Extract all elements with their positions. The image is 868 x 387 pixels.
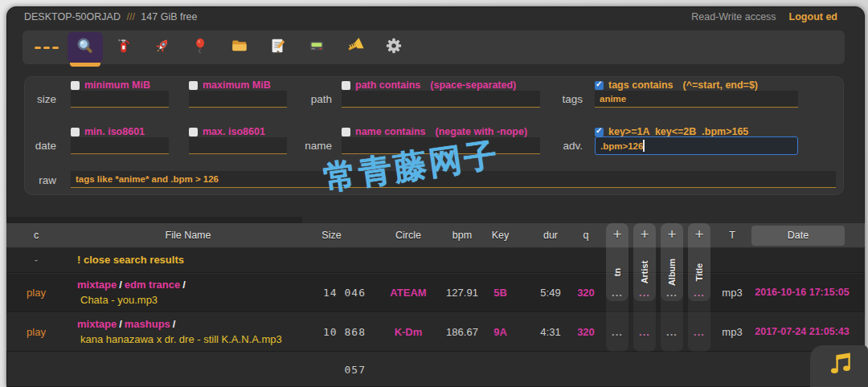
table-header: c File Name Size Circle bpm Key dur q T: [6, 223, 865, 247]
toolbar-button-extinguisher[interactable]: [106, 32, 141, 63]
add-column-button[interactable]: +: [661, 223, 683, 246]
add-column-label: Title: [694, 263, 704, 281]
close-search-results-link[interactable]: ! close search results: [71, 248, 305, 272]
play-link[interactable]: play: [16, 274, 56, 312]
column-header-date[interactable]: Date: [751, 226, 845, 246]
size-max-input[interactable]: [189, 91, 287, 108]
fire-extinguisher-icon: [115, 37, 133, 58]
column-header-bpm[interactable]: bpm: [438, 223, 486, 247]
hostname: DESKTOP-50ORJAD: [24, 11, 121, 22]
add-column-button[interactable]: +: [606, 223, 628, 246]
size-max-label: maximum MiB: [203, 79, 271, 91]
dir-link[interactable]: mixtape: [77, 279, 117, 291]
column-header-t[interactable]: T: [714, 223, 751, 247]
bpm-cell: 186.67: [438, 313, 486, 351]
pager-icon: [308, 37, 326, 58]
tags-checkbox[interactable]: [595, 81, 604, 90]
toolbar: [23, 31, 845, 64]
column-header-key[interactable]: Key: [482, 223, 518, 247]
column-header-c[interactable]: c: [16, 223, 56, 247]
circle-cell: ATEAM: [374, 274, 443, 312]
balloon-icon: [192, 37, 210, 58]
file-link[interactable]: Chata - you.mp3: [80, 293, 158, 308]
size-max-checkbox-row[interactable]: maximum MiB: [189, 79, 271, 91]
adv-checkbox-row[interactable]: key>=1A key<=2B .bpm>165: [595, 126, 748, 137]
close-results-row[interactable]: - ! close search results: [6, 248, 865, 273]
adv-input[interactable]: [595, 136, 798, 155]
path-hint: (space-separated): [430, 79, 516, 91]
toolbar-button-pager[interactable]: [299, 32, 334, 63]
logout-button[interactable]: Logout ed: [789, 11, 837, 22]
date-cell: 2016-10-16 17:15:05: [752, 274, 852, 312]
path-separator: /: [173, 318, 176, 330]
file-link[interactable]: kana hanazawa x dr. dre - still K.A.N.A.…: [80, 332, 282, 347]
music-player-button[interactable]: [810, 345, 868, 387]
size-max-checkbox[interactable]: [189, 81, 198, 90]
date-min-checkbox[interactable]: [71, 128, 80, 136]
play-link[interactable]: play: [16, 313, 56, 351]
path-separator: /: [182, 279, 186, 291]
toolbar-button-settings[interactable]: [376, 32, 411, 63]
tags-input[interactable]: [595, 91, 798, 108]
date-min-label: min. iso8601: [84, 126, 145, 137]
add-column-title: + Title: [688, 223, 710, 301]
memo-icon: [269, 37, 287, 58]
date-min-checkbox-row[interactable]: min. iso8601: [71, 126, 145, 137]
date-max-input[interactable]: [189, 137, 287, 154]
dir-link[interactable]: edm trance: [125, 279, 180, 291]
search-icon: [76, 36, 95, 59]
q-cell: 320: [568, 274, 604, 312]
titlebar-right: Read-Write access Logout ed: [691, 11, 837, 22]
column-header-filename[interactable]: File Name: [71, 223, 305, 247]
selected-indicator: [70, 63, 100, 67]
size-min-checkbox-row[interactable]: minimum MiB: [71, 79, 150, 91]
add-column-label: Album: [667, 259, 677, 286]
name-checkbox-row[interactable]: name contains (negate with -nope): [342, 126, 527, 137]
add-column-button[interactable]: +: [633, 223, 656, 246]
adv-checkbox[interactable]: [595, 128, 604, 136]
dur-cell: 5:49: [526, 274, 575, 312]
titlebar-separator: ///: [126, 11, 134, 22]
dir-link[interactable]: mixtape: [77, 318, 117, 330]
path-separator: /: [119, 318, 122, 330]
toolbar-button-balloon[interactable]: [183, 32, 219, 63]
dir-link[interactable]: mashups: [125, 318, 170, 330]
dur-cell: 4:31: [526, 313, 575, 351]
tags-label: tags contains: [608, 79, 674, 91]
name-checkbox[interactable]: [342, 128, 350, 136]
toolbar-button-folder[interactable]: [222, 32, 257, 63]
tags-checkbox-row[interactable]: tags contains (^=start, end=$): [595, 79, 758, 91]
date-max-checkbox[interactable]: [189, 128, 198, 136]
folder-icon: [231, 37, 248, 58]
name-row-label: name: [292, 140, 332, 152]
add-column-button[interactable]: +: [688, 223, 710, 246]
date-min-input[interactable]: [71, 137, 169, 154]
size-min-checkbox[interactable]: [71, 81, 80, 90]
path-checkbox-row[interactable]: path contains (space-separated): [342, 79, 516, 91]
toolbar-button-memo[interactable]: [260, 32, 296, 63]
size-row-label: size: [16, 93, 56, 105]
toolbar-button-dashes[interactable]: [29, 32, 64, 63]
date-max-checkbox-row[interactable]: max. iso8601: [189, 126, 265, 137]
key-cell: 9A: [482, 313, 518, 351]
toolbar-button-trumpet[interactable]: [338, 32, 373, 63]
size-min-label: minimum MiB: [84, 79, 150, 91]
file-name-cell: mixtape/mashups/ kana hanazawa x dr. dre…: [71, 313, 305, 351]
titlebar: DESKTOP-50ORJAD /// 147 GiB free: [24, 11, 198, 22]
column-header-dur[interactable]: dur: [526, 223, 575, 247]
path-input[interactable]: [342, 91, 540, 108]
toolbar-button-rocket[interactable]: [145, 32, 180, 63]
result-row-1: play mixtape/edm trance/ Chata - you.mp3…: [6, 274, 865, 312]
column-header-size[interactable]: Size: [297, 223, 366, 247]
column-header-q[interactable]: q: [568, 223, 604, 247]
size-min-input[interactable]: [71, 91, 169, 108]
path-checkbox[interactable]: [342, 81, 350, 90]
type-cell: mp3: [714, 274, 751, 312]
name-label: name contains: [355, 126, 426, 137]
path-row-label: path: [292, 93, 332, 105]
column-header-circle[interactable]: Circle: [374, 223, 443, 247]
text-caret: [643, 140, 645, 152]
toolbar-button-search[interactable]: [68, 32, 103, 63]
adv-label: key>=1A key<=2B .bpm>165: [608, 126, 748, 137]
type-cell: mp3: [714, 313, 751, 351]
